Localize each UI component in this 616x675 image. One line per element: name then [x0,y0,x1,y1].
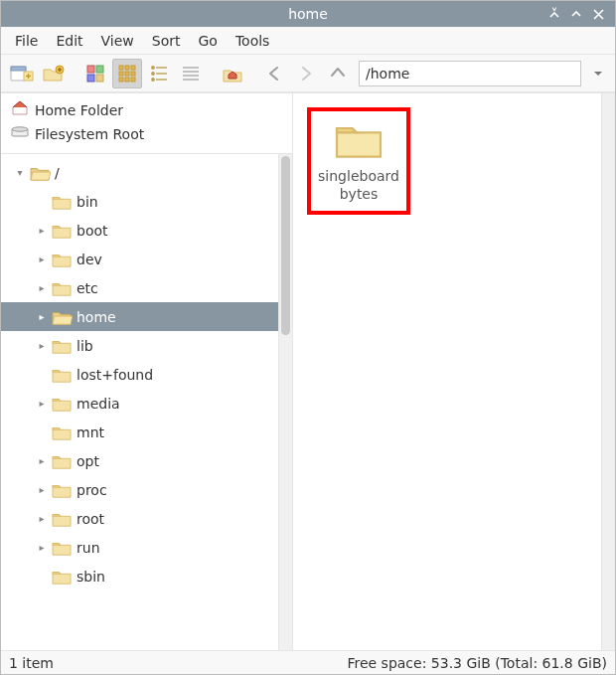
nav-up-button[interactable] [323,59,353,88]
places-pane: Home Folder Filesystem Root [1,93,292,154]
tree-item-home[interactable]: ▸home [1,302,278,331]
menu-edit[interactable]: Edit [48,29,90,53]
folder-icon [51,423,73,441]
tree-root-label: / [55,165,60,181]
place-filesystem-root[interactable]: Filesystem Root [5,122,290,145]
file-item-label: singleboardbytes [318,168,399,203]
folder-icon [51,539,73,557]
svg-rect-13 [131,72,135,76]
toolbar: /home [1,55,615,92]
tree-item-run[interactable]: ▸run [1,533,278,562]
statusbar: 1 item Free space: 53.3 GiB (Total: 61.8… [1,650,615,674]
tree-scrollbar[interactable] [278,154,292,650]
minimize-button[interactable]: ˅ [543,3,565,25]
file-item-singleboardbytes[interactable]: singleboardbytes [307,107,410,215]
folder-icon [51,481,73,499]
svg-rect-4 [87,66,94,73]
tree-item-label: lost+found [77,367,153,383]
path-entry[interactable]: /home [359,61,581,86]
folder-icon [51,251,73,268]
svg-rect-8 [119,66,123,70]
expand-icon[interactable]: ▸ [37,484,47,495]
folder-icon [51,337,73,355]
expand-icon[interactable]: ▸ [37,282,47,293]
path-text: /home [366,66,409,82]
tree-item-label: media [77,396,120,412]
content-pane[interactable]: singleboardbytes [293,93,615,650]
maximize-button[interactable] [565,3,587,25]
tree-item-label: bin [77,194,98,210]
folder-icon [51,568,73,586]
svg-rect-12 [125,72,129,76]
place-root-label: Filesystem Root [35,126,144,142]
tree-root[interactable]: ▾/ [1,158,278,187]
path-history-dropdown[interactable] [587,69,609,79]
tree-item-dev[interactable]: ▸dev [1,245,278,273]
tree-item-media[interactable]: ▸media [1,389,278,418]
tree-item-label: boot [77,223,108,239]
expand-icon[interactable]: ▸ [37,455,47,466]
expand-icon[interactable]: ▸ [37,311,47,322]
new-folder-button[interactable] [39,59,69,88]
tree-item-label: opt [77,453,99,469]
folder-icon [51,395,73,413]
expand-icon[interactable]: ▸ [37,340,47,351]
nav-forward-button[interactable] [291,59,321,88]
tree-item-label: root [77,511,104,527]
folder-icon [51,510,73,528]
tree-item-sbin[interactable]: sbin [1,562,278,591]
svg-rect-9 [125,66,129,70]
new-tab-button[interactable] [7,59,37,88]
svg-rect-16 [131,78,135,82]
place-home-label: Home Folder [35,102,123,118]
sidebar: Home Folder Filesystem Root ▾/bin▸boot▸d… [1,93,293,650]
tree-item-proc[interactable]: ▸proc [1,475,278,504]
expand-icon[interactable]: ▸ [37,225,47,236]
svg-point-17 [152,66,154,68]
status-free-space: Free space: 53.3 GiB (Total: 61.8 GiB) [347,655,607,671]
svg-rect-14 [119,78,123,82]
folder-icon [51,222,73,240]
expand-icon[interactable]: ▸ [37,398,47,409]
tree-item-etc[interactable]: ▸etc [1,273,278,302]
expand-icon[interactable]: ▸ [37,513,47,524]
menu-tools[interactable]: Tools [228,29,278,53]
tree-item-root[interactable]: ▸root [1,504,278,533]
nav-back-button[interactable] [259,59,289,88]
menu-view[interactable]: View [93,29,142,53]
go-home-button[interactable] [218,59,247,88]
status-item-count: 1 item [9,655,54,671]
view-icons-button[interactable] [112,59,142,88]
svg-rect-5 [96,66,103,73]
directory-tree[interactable]: ▾/bin▸boot▸dev▸etc▸home▸liblost+found▸me… [1,154,278,650]
tree-scroll-thumb[interactable] [281,156,290,335]
expand-icon[interactable]: ▸ [37,542,47,553]
menu-go[interactable]: Go [191,29,226,53]
window-controls: ˅ [543,3,615,25]
tree-item-label: dev [77,252,102,267]
folder-icon [51,366,73,384]
tree-item-label: mnt [77,424,104,440]
content-scrollbar[interactable] [601,93,615,650]
menu-file[interactable]: File [7,29,46,53]
view-compact-button[interactable] [144,59,174,88]
expand-icon[interactable]: ▸ [37,253,47,264]
tree-item-opt[interactable]: ▸opt [1,446,278,475]
place-home-folder[interactable]: Home Folder [5,97,290,122]
tree-item-lost-found[interactable]: lost+found [1,360,278,389]
svg-rect-7 [96,75,103,82]
folder-icon [51,308,73,326]
menubar: File Edit View Sort Go Tools [1,27,615,55]
tree-item-boot[interactable]: ▸boot [1,216,278,245]
view-icons-large-button[interactable] [80,59,110,88]
tree-item-lib[interactable]: ▸lib [1,331,278,360]
menu-sort[interactable]: Sort [144,29,189,53]
collapse-icon[interactable]: ▾ [15,167,25,178]
close-button[interactable] [587,3,609,25]
folder-icon [332,117,385,164]
svg-rect-6 [87,75,94,82]
tree-item-mnt[interactable]: mnt [1,418,278,446]
titlebar: home ˅ [1,1,615,27]
view-list-button[interactable] [176,59,206,88]
tree-item-bin[interactable]: bin [1,187,278,216]
